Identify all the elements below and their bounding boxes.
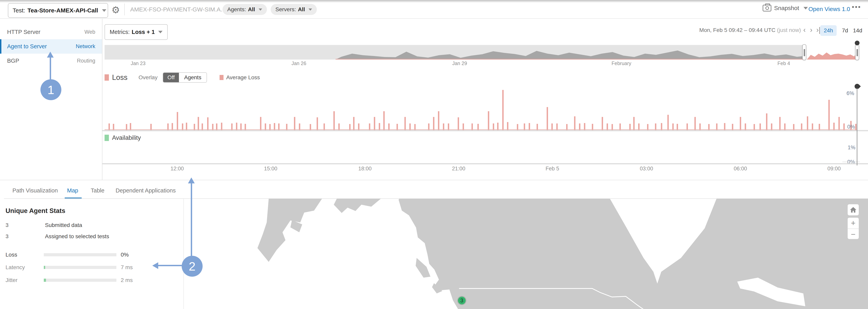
- range-button-14d[interactable]: 14d: [849, 25, 866, 36]
- timeline-date-label: Jan 23: [131, 61, 145, 66]
- layer-label: HTTP Server: [7, 29, 40, 35]
- annotation-1-arrow-line: [50, 57, 51, 80]
- brush-handle-left[interactable]: [802, 44, 806, 60]
- chevron-down-icon: [259, 8, 262, 11]
- gear-icon[interactable]: ⚙: [112, 4, 120, 16]
- agent-stat-label: Assigned to selected tests: [45, 233, 109, 240]
- annotation-1-badge: 1: [40, 79, 61, 100]
- map-home-button[interactable]: [847, 204, 859, 216]
- time-axis-line: [102, 163, 868, 164]
- loss-bar: [317, 117, 318, 130]
- layer-label: BGP: [7, 58, 19, 64]
- camera-icon: [763, 5, 771, 11]
- loss-legend-row: Loss Overlay Off Agents Average Loss: [104, 72, 260, 83]
- agent-stat-label: Submitted data: [45, 222, 82, 228]
- loss-baseline: [102, 130, 868, 131]
- loss-bar: [333, 111, 335, 130]
- agent-stat-value: 3: [5, 233, 9, 240]
- agents-filter[interactable]: Agents: All: [222, 4, 267, 15]
- annotation-2-number: 2: [189, 259, 195, 273]
- overlay-agents-button[interactable]: Agents: [179, 73, 206, 82]
- annotation-2-horizontal-line: [158, 265, 182, 266]
- loss-bar: [740, 117, 741, 130]
- timeline-date-label: Feb 4: [777, 61, 790, 66]
- loss-bar: [502, 90, 504, 130]
- time-nav-next[interactable]: ›: [810, 26, 812, 34]
- metrics-selector-button[interactable]: Metrics: Loss + 1: [104, 24, 168, 40]
- timeline-date-label: Jan 26: [291, 61, 306, 66]
- top-edge-shadow: [0, 0, 868, 3]
- chart-panel: Metrics: Loss + 1 Mon, Feb 5 09:42 – 09:…: [102, 19, 868, 180]
- tab-table[interactable]: Table: [91, 187, 104, 194]
- zoom-in-button[interactable]: +: [848, 218, 859, 228]
- overlay-off-button[interactable]: Off: [163, 73, 179, 82]
- servers-filter[interactable]: Servers: All: [271, 4, 317, 15]
- availability-swatch: [104, 135, 109, 141]
- agents-value: All: [248, 6, 255, 12]
- detail-panel: Path VisualizationMapTableDependent Appl…: [0, 180, 868, 309]
- time-tick-label: 15:00: [264, 166, 277, 172]
- sidebar-item-http-server[interactable]: HTTP ServerWeb: [0, 25, 102, 39]
- breadcrumb: AMEX-FSO-PAYMENT-GW-SIM.A...: [130, 6, 225, 13]
- more-menu-button[interactable]: •••: [852, 3, 861, 11]
- loss-bar: [807, 116, 808, 130]
- time-nav-prev[interactable]: ‹: [803, 26, 806, 34]
- annotation-1-number: 1: [48, 83, 54, 97]
- timeline-brush[interactable]: [104, 45, 857, 60]
- tab-path-visualization[interactable]: Path Visualization: [12, 187, 58, 194]
- snapshot-button[interactable]: Snapshot: [763, 5, 808, 11]
- chevron-down-icon: [158, 31, 162, 33]
- top-bar: Test: Tea-Store-AMEX-API-Call ⚙ AMEX-FSO…: [0, 0, 868, 19]
- loss-bar: [668, 115, 669, 130]
- servers-value: All: [298, 6, 305, 12]
- zoom-out-button[interactable]: −: [848, 229, 859, 240]
- tab-map[interactable]: Map: [67, 187, 78, 194]
- metric-label-latency: Latency: [5, 264, 25, 271]
- time-tick-label: 12:00: [170, 166, 184, 172]
- loss-bar: [260, 117, 261, 130]
- loss-bar: [602, 117, 603, 130]
- overlay-toggle: Off Agents: [163, 72, 207, 83]
- timeline-date-label: Jan 29: [452, 61, 467, 66]
- agents-label: Agents:: [227, 6, 246, 12]
- loss-bar: [766, 113, 767, 130]
- time-nav-latest[interactable]: ›|: [816, 26, 820, 34]
- unique-agent-stats-panel: Unique Agent Stats 3Submitted data3Assig…: [0, 199, 183, 309]
- average-loss-label: Average Loss: [226, 74, 260, 81]
- servers-label: Servers:: [275, 6, 296, 12]
- loss-bar: [633, 117, 634, 130]
- time-tick-label: 06:00: [734, 166, 747, 172]
- brush-handle-right[interactable]: [855, 44, 859, 60]
- metrics-label: Metrics:: [110, 29, 130, 35]
- annotation-1-arrowhead: [47, 52, 54, 58]
- timeline-date-labels: Jan 23Jan 26Jan 29FebruaryFeb 4: [104, 61, 857, 67]
- average-loss-swatch: [220, 75, 223, 80]
- annotation-2-badge: 2: [182, 256, 203, 277]
- loss-bar: [198, 117, 199, 130]
- tab-dependent-applications[interactable]: Dependent Applications: [116, 187, 176, 194]
- agent-cluster-marker[interactable]: 3: [457, 296, 466, 305]
- timeline-overview-chart: [104, 45, 857, 60]
- agents-map[interactable]: 3 + −: [184, 199, 868, 309]
- loss-yzero-label: 0%: [847, 124, 855, 130]
- test-name: Tea-Store-AMEX-API-Call: [27, 7, 98, 14]
- agent-stat-value: 3: [5, 222, 9, 228]
- loss-bar: [438, 111, 439, 130]
- loss-bar-chart[interactable]: [104, 88, 857, 130]
- availability-label: Availability: [112, 134, 141, 142]
- time-pin-line: [857, 88, 857, 165]
- loss-bar: [488, 111, 489, 130]
- loss-bar: [177, 112, 178, 130]
- annotation-2-arrowhead-left: [152, 262, 158, 269]
- loss-bar: [433, 117, 434, 130]
- metric-bar-fill: [44, 279, 46, 282]
- snapshot-label: Snapshot: [774, 5, 799, 11]
- thousandeyes-views-page: Test: Tea-Store-AMEX-API-Call ⚙ AMEX-FSO…: [0, 0, 868, 309]
- time-tick-label: Feb 5: [546, 166, 559, 172]
- test-selector-button[interactable]: Test: Tea-Store-AMEX-API-Call: [8, 3, 108, 18]
- range-button-24h[interactable]: 24h: [820, 25, 837, 36]
- layer-category: Network: [76, 43, 95, 50]
- loss-swatch: [104, 74, 109, 81]
- open-views-link[interactable]: Open Views 1.0: [808, 6, 850, 12]
- timeline-date-label: February: [612, 61, 631, 66]
